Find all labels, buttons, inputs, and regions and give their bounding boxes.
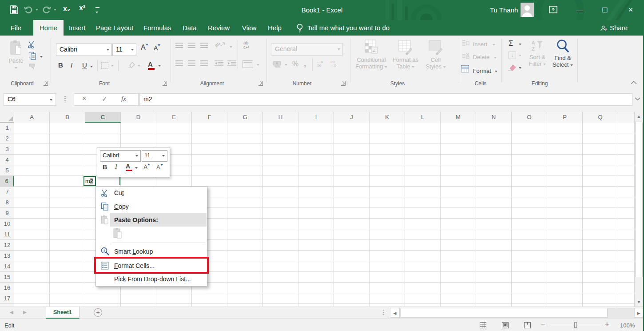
mini-grow-font-button[interactable]: A [143, 164, 150, 171]
formula-input[interactable]: m2 [139, 93, 632, 106]
insert-function-button[interactable]: fx [121, 95, 126, 103]
page-layout-view-button[interactable] [502, 322, 509, 330]
context-menu-item-copy[interactable]: Copy [96, 200, 207, 213]
scroll-up-button[interactable]: ▲ [635, 112, 643, 121]
fill-color-dropdown-icon[interactable] [138, 65, 140, 67]
italic-button[interactable]: I [71, 61, 72, 69]
mini-bold-button[interactable]: B [103, 164, 107, 171]
sort-filter-button[interactable]: A Z Sort &Filter [525, 39, 550, 67]
column-header-A[interactable]: A [14, 112, 50, 123]
row-header-10[interactable]: 10 [0, 219, 14, 229]
column-header-K[interactable]: K [370, 112, 405, 123]
tell-me-box[interactable]: Tell me what you want to do [301, 20, 396, 36]
page-break-preview-button[interactable] [524, 322, 531, 330]
row-header-5[interactable]: 5 [0, 165, 14, 176]
name-box[interactable]: C6 [4, 93, 56, 106]
copy-dropdown-icon[interactable] [40, 56, 43, 58]
sheet-tab-sheet1[interactable]: Sheet1 [46, 307, 80, 319]
font-color-button[interactable]: A [148, 60, 155, 70]
mini-font-name-dropdown-icon[interactable] [135, 155, 138, 157]
fill-color-button[interactable] [128, 61, 136, 70]
row-header-17[interactable]: 17 [0, 293, 14, 304]
borders-dropdown-icon[interactable] [111, 65, 114, 67]
zoom-out-button[interactable]: − [541, 320, 545, 328]
find-select-button[interactable]: Find &Select [550, 39, 576, 68]
vertical-scrollbar[interactable]: ▲ ▼ [634, 112, 643, 307]
tab-page-layout[interactable]: Page Layout [90, 20, 139, 36]
row-header-6[interactable]: 6 [0, 176, 14, 187]
maximize-button[interactable]: ☐ [595, 0, 615, 20]
sheet-nav-prev-button[interactable]: ◀ [10, 310, 13, 315]
accounting-format-button[interactable] [273, 60, 282, 69]
account-name[interactable]: Tu Thanh [490, 0, 518, 20]
column-header-B[interactable]: B [50, 112, 85, 123]
column-header-E[interactable]: E [156, 112, 192, 123]
mini-shrink-font-button[interactable]: A [156, 164, 163, 171]
horizontal-scroll-thumb[interactable] [401, 308, 608, 318]
row-header-13[interactable]: 13 [0, 251, 14, 261]
format-painter-button[interactable] [28, 63, 36, 72]
column-header-G[interactable]: G [227, 112, 263, 123]
enter-entry-button[interactable]: ✓ [102, 95, 107, 103]
avatar[interactable] [521, 3, 534, 17]
number-format-dropdown-icon[interactable] [338, 48, 340, 50]
merge-center-button[interactable] [242, 60, 253, 68]
number-format-combo[interactable]: General [271, 43, 343, 56]
tab-review[interactable]: Review [202, 20, 236, 36]
top-align-button[interactable] [175, 43, 183, 49]
merge-dropdown-icon[interactable] [257, 64, 259, 66]
column-header-Q[interactable]: Q [583, 112, 618, 123]
scroll-right-button[interactable]: ▶ [634, 308, 643, 318]
share-button[interactable]: Share [600, 20, 628, 36]
context-menu-item-smart-lookup[interactable]: Smart Lookup [96, 244, 207, 258]
minimize-button[interactable]: — [570, 0, 589, 20]
row-header-8[interactable]: 8 [0, 197, 14, 208]
alignment-dialog-launcher[interactable] [258, 81, 263, 86]
vertical-scroll-thumb[interactable] [635, 122, 643, 277]
tab-scroll-splitter[interactable] [383, 310, 384, 316]
cancel-entry-button[interactable]: × [82, 95, 86, 103]
column-header-C[interactable]: C [85, 112, 121, 123]
row-header-16[interactable]: 16 [0, 283, 14, 293]
expand-formula-bar-button[interactable] [635, 96, 640, 103]
format-as-table-button[interactable]: Format asTable [390, 39, 421, 70]
normal-view-button[interactable] [480, 322, 486, 330]
close-button[interactable]: × [621, 0, 640, 20]
insert-cells-button[interactable]: Insert [462, 40, 495, 48]
column-header-I[interactable]: I [298, 112, 334, 123]
orientation-dropdown-icon[interactable] [230, 46, 232, 48]
font-color-dropdown-icon[interactable] [158, 65, 161, 67]
column-header-L[interactable]: L [405, 112, 441, 123]
context-menu-paste-option-button[interactable] [113, 227, 126, 242]
column-header-J[interactable]: J [334, 112, 370, 123]
context-menu-item-pick-from-list[interactable]: Pick From Drop-down List... [96, 273, 207, 286]
bold-button[interactable]: B [58, 61, 63, 69]
bottom-align-button[interactable] [200, 43, 208, 49]
mini-font-color-dropdown-icon[interactable] [135, 167, 138, 169]
row-header-4[interactable]: 4 [0, 155, 14, 165]
row-header-14[interactable]: 14 [0, 261, 14, 272]
column-header-M[interactable]: M [441, 112, 476, 123]
ribbon-display-options-button[interactable] [549, 6, 557, 15]
collapse-ribbon-button[interactable] [631, 79, 637, 86]
name-box-splitter[interactable] [64, 96, 66, 103]
cut-button[interactable] [28, 41, 36, 50]
zoom-in-button[interactable]: + [605, 320, 609, 328]
mini-font-size-dropdown-icon[interactable] [162, 155, 165, 157]
row-header-3[interactable]: 3 [0, 144, 14, 155]
mini-font-color-button[interactable]: A [126, 163, 132, 171]
mini-font-size-combo[interactable]: 11 [142, 150, 167, 162]
fill-dropdown-icon[interactable] [519, 55, 521, 56]
row-header-12[interactable]: 12 [0, 240, 14, 251]
delete-cells-button[interactable]: Delete [462, 53, 497, 60]
column-header-D[interactable]: D [121, 112, 156, 123]
autosum-dropdown-icon[interactable] [519, 44, 521, 45]
clipboard-dialog-launcher[interactable] [44, 81, 48, 86]
paste-button[interactable]: Paste [4, 40, 28, 77]
tab-insert[interactable]: Insert [63, 20, 92, 36]
row-header-7[interactable]: 7 [0, 187, 14, 197]
tab-formulas[interactable]: Formulas [137, 20, 178, 36]
select-all-corner[interactable] [0, 112, 14, 123]
font-name-dropdown-icon[interactable] [107, 49, 109, 51]
center-button[interactable] [188, 60, 195, 67]
